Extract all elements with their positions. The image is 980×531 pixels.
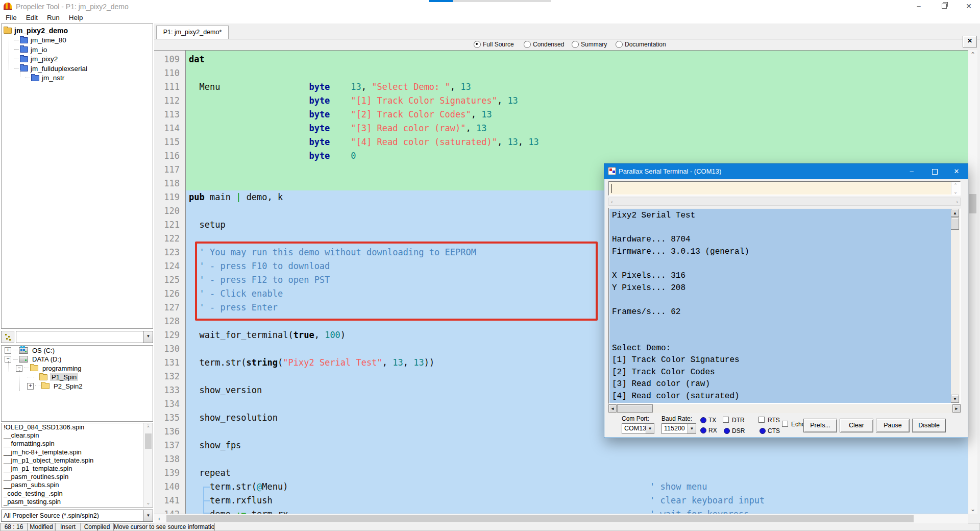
scroll-right-icon[interactable]: ►: [952, 404, 961, 413]
object-tree-item[interactable]: jm_pixy2_demo: [2, 26, 153, 35]
scroll-up-icon[interactable]: ⌃: [968, 51, 977, 58]
radio-icon: [524, 41, 531, 48]
editor-hscrollbar[interactable]: ‹: [154, 514, 968, 523]
menu-run[interactable]: Run: [42, 12, 64, 23]
terminal-titlebar[interactable]: Parallax Serial Terminal - (COM13) – ✕: [604, 164, 968, 179]
file-list-item[interactable]: __jm_hc-8+_template.spin: [2, 448, 153, 456]
menu-edit[interactable]: Edit: [21, 12, 42, 23]
line-number: 126: [154, 287, 180, 301]
scrollbar-thumb[interactable]: [617, 404, 653, 413]
folder-tree-item[interactable]: P1_Spin: [2, 373, 153, 381]
folder-combo-row: ▼: [1, 331, 153, 343]
chevron-down-icon[interactable]: ▼: [143, 331, 153, 343]
terminal-maximize-button[interactable]: [924, 164, 945, 179]
folder-combobox[interactable]: ▼: [16, 331, 153, 343]
line-number: 136: [154, 425, 180, 439]
scrollbar-thumb[interactable]: [969, 194, 976, 213]
input-spinner[interactable]: ⌃⌄: [951, 182, 960, 195]
checkbox-echo-on[interactable]: [782, 421, 788, 427]
minimize-button[interactable]: –: [911, 2, 926, 11]
scroll-down-icon[interactable]: ⌄: [144, 499, 153, 507]
file-list-item[interactable]: __pasm_subs.spin: [2, 481, 153, 489]
line-number: 129: [154, 328, 180, 342]
file-list-item[interactable]: __clear.spin: [2, 431, 153, 440]
tree-connector: [13, 359, 18, 360]
folder-name: P2_Spin2: [52, 382, 84, 390]
pause-button[interactable]: Pause: [876, 419, 910, 432]
view-option-condensed[interactable]: Condensed: [524, 41, 564, 48]
scroll-down-icon[interactable]: ⌄: [968, 505, 977, 513]
folder-tree-item[interactable]: +OS (C:): [2, 346, 153, 355]
menu-help[interactable]: Help: [64, 12, 88, 23]
scrollbar-thumb[interactable]: [145, 433, 152, 449]
file-list-item[interactable]: __formatting.spin: [2, 440, 153, 448]
scroll-left-icon[interactable]: ‹: [611, 198, 613, 205]
tree-view-button[interactable]: [1, 331, 14, 343]
radio-icon: [616, 41, 623, 48]
view-option-full-source[interactable]: Full Source: [474, 41, 514, 48]
editor-vscrollbar[interactable]: ⌃ ⌄: [968, 50, 977, 514]
view-option-documentation[interactable]: Documentation: [616, 41, 666, 48]
view-option-summary[interactable]: Summary: [572, 41, 607, 48]
input-hscrollbar[interactable]: ‹ ›: [608, 198, 961, 206]
code-line: 115 byte "[4] Read color (saturated)", 1…: [154, 135, 968, 149]
scroll-left-icon[interactable]: ‹: [155, 515, 163, 522]
baud-rate-dropdown[interactable]: 115200 ▼: [662, 423, 696, 434]
checkbox-dtr[interactable]: [723, 417, 729, 423]
scroll-up-icon[interactable]: ⌃: [144, 424, 153, 432]
view-option-label: Summary: [581, 41, 607, 48]
prefs-button[interactable]: Prefs...: [803, 419, 837, 432]
file-list-item[interactable]: __jm_p1_object_template.spin: [2, 456, 153, 465]
line-number: 122: [154, 232, 180, 246]
object-tree-item[interactable]: jm_time_80: [2, 36, 153, 45]
folder-tree-item[interactable]: −programming: [2, 364, 153, 373]
editor-close-button[interactable]: ✕: [963, 36, 977, 47]
scroll-up-icon[interactable]: ▲: [951, 209, 959, 217]
clear-button[interactable]: Clear: [840, 419, 873, 432]
terminal-minimize-button[interactable]: –: [901, 164, 922, 179]
scrollbar-thumb[interactable]: [951, 218, 959, 230]
file-list-item[interactable]: _code_testing_.spin: [2, 490, 153, 498]
scroll-down-icon[interactable]: ▼: [951, 395, 959, 403]
folder-tree-item[interactable]: −DATA (D:): [2, 355, 153, 364]
terminal-input-field[interactable]: [609, 182, 951, 195]
scroll-left-icon[interactable]: ◄: [608, 404, 617, 413]
file-list-item[interactable]: __pasm_routines.spin: [2, 473, 153, 481]
editor-tab[interactable]: P1: jm_pixy2_demo*: [156, 26, 229, 39]
expand-toggle-icon[interactable]: +: [27, 383, 34, 390]
terminal-vscrollbar[interactable]: ▲ ▼: [951, 209, 960, 403]
terminal-output[interactable]: Pixy2 Serial Test Hardware... 8704 Firmw…: [609, 209, 951, 403]
file-list-scrollbar[interactable]: ˇ﻿ ⌃ ⌄: [143, 423, 153, 507]
file-list-item[interactable]: _pasm_testing.spin: [2, 498, 153, 506]
file-filter-dropdown[interactable]: All Propeller Source (*.spin/spin2) ▼: [1, 510, 153, 522]
checkbox-rts[interactable]: [758, 417, 765, 423]
file-list-item[interactable]: !OLED_084_SSD1306.spin: [2, 423, 153, 431]
folder-tree-item[interactable]: +P2_Spin2: [2, 382, 153, 391]
menu-file[interactable]: File: [1, 12, 21, 23]
code-text: repeat: [189, 466, 231, 480]
chevron-down-icon[interactable]: ▼: [143, 510, 153, 521]
object-tree-item[interactable]: jm_pixy2: [2, 55, 153, 64]
chevron-down-icon[interactable]: ▼: [646, 424, 654, 433]
close-button[interactable]: ✕: [961, 2, 976, 11]
line-number: 139: [154, 466, 180, 480]
com-port-dropdown[interactable]: COM13 ▼: [622, 423, 654, 434]
scrollbar-thumb[interactable]: [166, 515, 914, 522]
object-tree-item[interactable]: jm_fullduplexserial: [2, 64, 153, 73]
object-tree-item[interactable]: jm_io: [2, 45, 153, 54]
chevron-down-icon[interactable]: ▼: [688, 424, 696, 433]
terminal-input[interactable]: ⌃⌄: [608, 181, 961, 196]
terminal-close-button[interactable]: ✕: [946, 164, 967, 179]
status-cell: Compiled: [81, 523, 113, 531]
tree-guide-line: [20, 70, 20, 77]
tree-guide-line: [8, 361, 9, 372]
expand-toggle-icon[interactable]: +: [5, 347, 11, 354]
scroll-right-icon[interactable]: ›: [956, 198, 958, 205]
object-tree-item[interactable]: jm_nstr: [2, 74, 153, 83]
tree-connector: [27, 377, 32, 378]
disable-button[interactable]: Disable: [912, 419, 946, 432]
restore-button[interactable]: [937, 2, 952, 11]
line-number: 114: [154, 122, 180, 135]
terminal-hscrollbar[interactable]: ◄ ►: [608, 404, 961, 413]
file-list-item[interactable]: __jm_p1_template.spin: [2, 465, 153, 473]
